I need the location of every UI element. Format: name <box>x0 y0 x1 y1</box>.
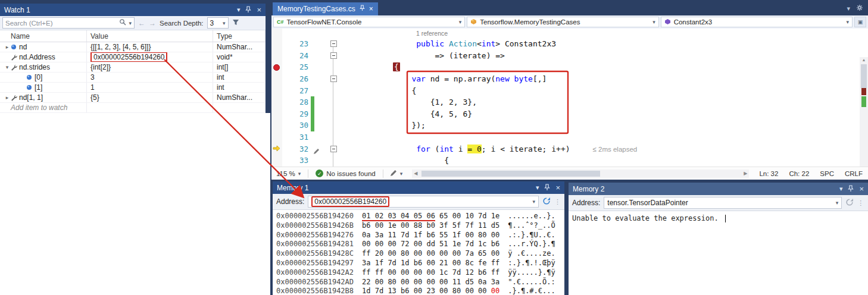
search-prev-button[interactable]: ← <box>138 19 145 27</box>
close-icon[interactable]: × <box>555 183 560 192</box>
memory-address: 0x000002556B1942A2 <box>276 268 354 278</box>
annotated-bytes: 01 02 03 04 05 06 <box>362 212 435 221</box>
memory2-address-input[interactable]: tensor.TensorDataPointer ▾ <box>604 197 842 209</box>
watch-row[interactable]: ▸nd[1, 1]{5}NumShar... <box>0 93 266 103</box>
fold-collapse-icon[interactable] <box>330 76 337 82</box>
memory1-address-input[interactable]: 0x000002556B194260 ▾ <box>308 196 539 208</box>
pin-icon[interactable] <box>848 185 854 193</box>
memory-row: 0x000002556B19428100 00 00 72 00 dd 51 1… <box>276 240 564 249</box>
search-icon <box>119 18 126 27</box>
filter-icon[interactable] <box>232 19 239 27</box>
memory-bytes: ff 20 00 80 00 00 00 00 7a 65 00 <box>362 249 499 259</box>
breakpoint-margin-cell[interactable] <box>271 143 282 155</box>
field-icon <box>11 44 19 50</box>
breakpoint-margin-cell[interactable] <box>271 61 282 73</box>
search-options-icon[interactable]: ▾ <box>129 20 132 26</box>
fold-collapse-icon[interactable] <box>330 40 337 47</box>
refresh-icon[interactable] <box>845 198 854 208</box>
search-input[interactable]: Search (Ctrl+E) ▾ <box>2 17 135 29</box>
address-label: Address: <box>572 199 600 207</box>
nav-project-select[interactable]: C# TensorFlowNET.Console ▾ <box>273 17 465 27</box>
breakpoint-margin-cell[interactable] <box>271 96 282 108</box>
gear-icon[interactable] <box>856 4 863 12</box>
line-number: 27 <box>282 86 311 95</box>
breakpoint-margin-cell[interactable] <box>271 50 282 62</box>
watch-panel: Watch 1 ▾ × Search (Ctrl+E) ▾ ← → Search… <box>0 4 266 113</box>
search-depth-select[interactable]: 3 ▾ <box>207 17 229 29</box>
scroll-left-icon[interactable]: ◀ <box>414 171 417 176</box>
fold-collapse-icon[interactable] <box>330 146 337 152</box>
fold-margin-cell <box>314 38 342 50</box>
close-icon[interactable]: × <box>257 5 261 14</box>
code-editor[interactable]: 1 reference 23 public Action<int> Consta… <box>271 29 868 167</box>
memory2-message: Unable to evaluate the expression. <box>572 214 719 222</box>
breakpoint-margin-cell[interactable] <box>271 120 282 131</box>
chevron-down-icon: ▾ <box>836 200 839 206</box>
breakpoint-icon[interactable] <box>273 64 280 71</box>
address-label: Address: <box>276 197 304 206</box>
chevron-down-icon: ▾ <box>223 20 226 26</box>
memory1-content[interactable]: 0x000002556B19426001 02 03 04 05 06 65 0… <box>273 210 564 295</box>
editor-hscrollbar[interactable]: ◀ ▶ <box>412 170 749 178</box>
watch-row[interactable]: [0]3int <box>0 73 266 83</box>
watch-row[interactable]: ▸nd{[[1, 2, 3], [4, 5, 6]]}NumShar... <box>0 42 266 52</box>
memory1-rows: 0x000002556B19426001 02 03 04 05 06 65 0… <box>276 212 564 295</box>
watch-add-row[interactable]: Add item to watch <box>0 103 266 113</box>
close-icon[interactable]: × <box>859 184 864 193</box>
search-next-button[interactable]: → <box>149 19 156 27</box>
watch-row[interactable]: nd.Address0x000002556b194260void* <box>0 52 266 62</box>
left-empty-area <box>0 113 270 295</box>
pin-icon[interactable] <box>245 6 251 14</box>
watch-row[interactable]: ▾nd.strides{int[2]}int[] <box>0 62 266 73</box>
code-line: 25 { <box>271 61 868 73</box>
memory-address: 0x000002556B194260 <box>276 212 354 221</box>
codelens-references[interactable]: 1 reference <box>416 30 448 37</box>
toolbar-overflow-icon[interactable]: ⋮ <box>554 198 561 206</box>
watch-name: [1] <box>35 83 42 92</box>
breakpoint-margin-cell[interactable] <box>271 38 282 50</box>
code-text: for (int i = 0; i < iterate; i++)≤ 2ms e… <box>342 145 637 153</box>
breakpoint-margin-cell[interactable] <box>271 108 282 120</box>
nav-class-select[interactable]: Tensorflow.MemoryTestingCases ▾ <box>467 17 658 27</box>
breakpoint-margin-cell[interactable] <box>271 131 282 143</box>
memory2-content[interactable]: Unable to evaluate the expression. <box>569 211 868 222</box>
breakpoint-margin-cell[interactable] <box>271 84 282 96</box>
column-header-value[interactable]: Value <box>87 30 213 42</box>
window-position-icon[interactable]: ▾ <box>536 184 539 192</box>
expander-icon[interactable]: ▸ <box>4 95 11 101</box>
code-lines: 23 public Action<int> Constant2x324 => (… <box>271 38 868 167</box>
line-number: 26 <box>282 74 311 83</box>
fold-margin-cell <box>314 96 342 108</box>
breakpoint-margin-cell[interactable] <box>271 155 282 167</box>
nav-member-select[interactable]: Constant2x3 ▾ <box>661 17 853 27</box>
column-header-type[interactable]: Type <box>213 30 266 42</box>
window-position-icon[interactable]: ▾ <box>839 185 843 193</box>
pin-icon[interactable] <box>544 184 550 192</box>
navbar-toggle-icon[interactable]: ▣ <box>854 17 866 27</box>
edit-actions-button[interactable]: ▾ <box>386 170 408 177</box>
breakpoint-margin-cell[interactable] <box>271 73 282 85</box>
tab-memorytestingcases[interactable]: MemoryTestingCases.cs × <box>273 2 378 15</box>
fold-collapse-icon[interactable] <box>330 52 337 59</box>
expander-icon[interactable]: ▸ <box>4 44 11 50</box>
watch-toolbar: Search (Ctrl+E) ▾ ← → Search Depth: 3 ▾ <box>0 16 266 30</box>
fold-margin-cell <box>314 155 342 167</box>
zoom-select[interactable]: 115 % ▾ <box>271 170 305 177</box>
refresh-icon[interactable] <box>542 197 551 207</box>
toolbar-overflow-icon[interactable]: ⋮ <box>857 199 864 207</box>
memory2-toolbar: Address: tensor.TensorDataPointer ▾ ⋮ <box>569 195 868 211</box>
issues-indicator[interactable]: ✓ No issues found <box>311 170 380 177</box>
tab-pin-icon[interactable] <box>360 5 365 13</box>
code-line: 24 => (iterate) => <box>271 50 868 62</box>
hscroll-thumb[interactable] <box>421 171 600 177</box>
memory-bytes: 22 00 80 00 00 00 00 11 d5 0a 3a <box>362 278 499 287</box>
scroll-right-icon[interactable]: ▶ <box>744 171 747 176</box>
memory-bytes: 0a 3a 11 7d 1f b6 55 1f 00 80 00 <box>362 231 499 240</box>
watch-row[interactable]: [1]1int <box>0 83 266 93</box>
watch-grid: Name Value Type ▸nd{[[1, 2, 3], [4, 5, 6… <box>0 30 266 113</box>
expander-icon[interactable]: ▾ <box>4 64 11 70</box>
window-position-icon[interactable]: ▾ <box>237 6 241 14</box>
document-list-icon[interactable]: ▾ <box>847 5 850 12</box>
tab-close-icon[interactable]: × <box>369 5 373 13</box>
column-header-name[interactable]: Name <box>0 30 87 42</box>
